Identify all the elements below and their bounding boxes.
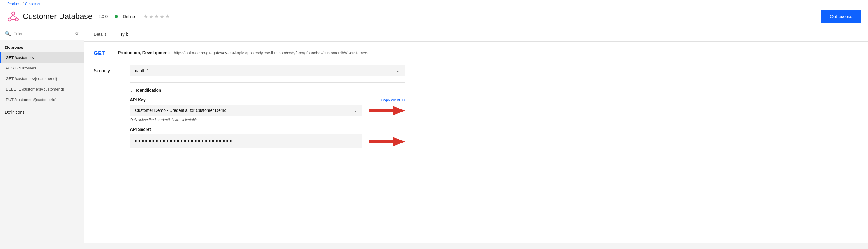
sidebar-search-bar: 🔍 ⚙ [0,27,84,40]
svg-rect-8 [369,140,393,143]
security-dropdown-value: oauth-1 [135,68,149,73]
credential-select-wrapper: Customer Demo - Credential for Customer … [130,105,405,116]
breadcrumb-separator: / [23,2,24,6]
api-secret-input[interactable] [130,134,363,148]
status-dot [115,15,118,18]
svg-line-4 [13,15,17,18]
filter-icon[interactable]: ⚙ [75,31,79,36]
status-text: Online [123,14,135,19]
svg-point-0 [12,12,15,15]
http-method: GET [94,50,106,57]
sidebar: 🔍 ⚙ Overview GET /customers POST /custom… [0,27,84,243]
svg-marker-9 [393,137,405,146]
sidebar-item-get-customer-id[interactable]: GET /customers/{customerId} [0,73,84,84]
credential-hint: Only subscribed credentials are selectab… [130,118,405,122]
identification-header: ⌄ Identification [130,88,405,93]
tabs: Details Try it [84,27,868,42]
api-key-label: API Key [130,97,146,102]
star-rating[interactable]: ★★★★★ [143,13,170,20]
method-url-block: Production, Development: https://apim-de… [118,50,405,55]
identification-section: ⌄ Identification API Key Copy client ID … [130,88,405,148]
breadcrumb-customer[interactable]: Customer [25,2,40,6]
api-secret-row [130,134,405,148]
main-layout: 🔍 ⚙ Overview GET /customers POST /custom… [0,27,868,243]
svg-point-2 [15,18,18,21]
header-row: Customer Database 2.0.0 Online ★★★★★ Get… [7,7,861,27]
sidebar-item-get-customers[interactable]: GET /customers [0,52,84,63]
sidebar-item-delete-customer-id[interactable]: DELETE /customers/{customerId} [0,84,84,94]
search-icon: 🔍 [5,31,11,36]
sidebar-nav: Overview GET /customers POST /customers … [0,40,84,117]
get-access-button[interactable]: Get access [822,10,861,23]
top-header: Products / Customer Customer Database 2.… [0,0,868,27]
credential-dropdown-value: Customer Demo - Credential for Customer … [135,108,226,113]
red-arrow-annotation-2 [366,136,405,147]
tab-details[interactable]: Details [94,27,114,41]
copy-client-id-button[interactable]: Copy client ID [381,98,405,102]
svg-marker-7 [393,106,405,115]
dropdown-arrow-icon: ⌄ [397,68,400,73]
sidebar-item-post-customers[interactable]: POST /customers [0,63,84,73]
page-title: Customer Database [23,12,92,21]
security-dropdown[interactable]: oauth-1 ⌄ [130,65,405,76]
security-label: Security [94,65,118,73]
tab-try-it[interactable]: Try it [119,27,135,41]
env-url: https://apim-demo-gw-gateway-cp4i-apic.a… [174,51,368,55]
security-row: Security oauth-1 ⌄ [94,65,405,76]
chevron-up-icon[interactable]: ⌄ [130,88,133,93]
api-method-row: GET Production, Development: https://api… [94,50,405,57]
sidebar-overview[interactable]: Overview [0,40,84,52]
api-content: GET Production, Development: https://api… [84,42,415,164]
svg-line-3 [10,15,13,18]
api-secret-label: API Secret [130,127,405,132]
sidebar-definitions[interactable]: Definitions [0,105,84,117]
red-arrow-annotation-1 [366,105,405,116]
content-area: Details Try it GET Production, Developme… [84,27,868,243]
identification-title: Identification [136,88,161,93]
api-icon [7,10,19,23]
search-input[interactable] [13,31,72,36]
header-left: Customer Database 2.0.0 Online ★★★★★ [7,10,170,23]
breadcrumb: Products / Customer [7,0,861,7]
version-badge: 2.0.0 [98,14,107,19]
env-label: Production, Development: [118,50,170,55]
api-key-row: API Key Copy client ID [130,97,405,102]
svg-point-1 [8,18,11,21]
credential-dropdown[interactable]: Customer Demo - Credential for Customer … [130,105,363,116]
svg-rect-6 [369,109,393,112]
breadcrumb-products[interactable]: Products [7,2,21,6]
security-content: oauth-1 ⌄ [130,65,405,76]
credential-dropdown-arrow-icon: ⌄ [354,108,358,113]
sidebar-item-put-customer-id[interactable]: PUT /customers/{customerId} [0,94,84,105]
